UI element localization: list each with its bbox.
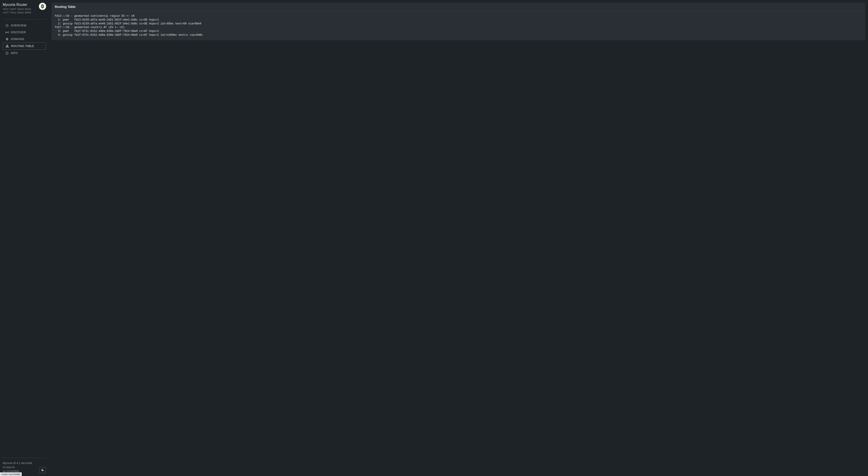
footer-host: on pop-os [3,465,32,469]
diagram-icon [6,44,9,48]
svg-point-4 [6,38,8,39]
sidebar-nav: OVERVIEW DISCOVER DOMAINS ROUTING TABLE … [3,22,46,57]
routing-panel: Routing Table fd13::/16 - geomarked cont… [52,3,865,40]
sidebar: Mycoria Router fd1f:3abf:5854:8b16 c4cf:… [0,0,49,476]
sidebar-header: Mycoria Router fd1f:3abf:5854:8b16 c4cf:… [3,3,46,18]
svg-rect-6 [6,47,7,47]
main-content: Routing Table fd13::/16 - geomarked cont… [49,0,868,476]
panel-body: fd13::/16 - geomarked continental region… [52,11,865,40]
panel-title: Routing Table [55,5,862,8]
router-id-line1: fd1f:3abf:5854:8b16 [3,8,37,11]
nav-info-label: INFO [11,52,18,55]
moon-icon [41,468,44,472]
footer-text: Mycoria v0.4.1 dev build on pop-os up 1h… [3,461,32,473]
sidebar-divider [3,19,46,20]
nav-discover[interactable]: DISCOVER [3,29,46,36]
nav-discover-label: DISCOVER [11,31,26,34]
footer-content: Mycoria v0.4.1 dev build on pop-os up 1h… [3,461,46,473]
nav-routing-table[interactable]: ROUTING TABLE [3,42,46,50]
status-bar: router.myco/table [0,472,22,476]
at-icon [5,37,8,41]
gauge-icon [5,24,8,27]
router-id-line2: c4cf:fea1:b5a3:0565 [3,11,37,14]
nav-domains-label: DOMAINS [11,37,24,41]
sidebar-header-text: Mycoria Router fd1f:3abf:5854:8b16 c4cf:… [3,3,37,15]
broadcast-icon [5,31,8,34]
nav-routing-table-label: ROUTING TABLE [11,44,34,48]
footer-version: Mycoria v0.4.1 dev build [3,461,32,465]
theme-toggle-button[interactable] [39,467,46,473]
routing-output: fd13::/16 - geomarked continental region… [55,14,862,37]
svg-rect-5 [7,45,8,46]
svg-rect-7 [8,47,8,47]
info-icon [5,52,8,55]
svg-point-3 [7,32,7,33]
nav-overview-label: OVERVIEW [11,24,26,27]
panel-header: Routing Table [52,3,865,11]
svg-point-1 [42,6,43,7]
nav-info[interactable]: INFO [3,50,46,57]
sidebar-footer: Mycoria v0.4.1 dev build on pop-os up 1h… [3,458,46,473]
router-identicon [39,3,46,10]
nav-overview[interactable]: OVERVIEW [3,22,46,29]
router-id: fd1f:3abf:5854:8b16 c4cf:fea1:b5a3:0565 [3,8,37,15]
nav-domains[interactable]: DOMAINS [3,36,46,42]
router-title: Mycoria Router [3,3,37,7]
